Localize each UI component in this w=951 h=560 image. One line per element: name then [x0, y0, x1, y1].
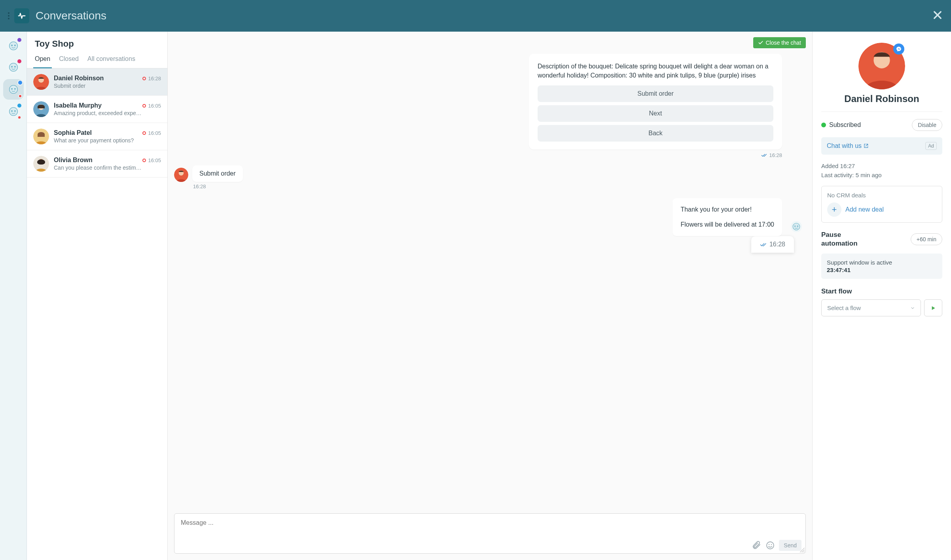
start-flow-label: Start flow — [821, 288, 942, 295]
avatar — [33, 129, 49, 144]
add-deal-button[interactable]: + Add new deal — [827, 202, 936, 217]
ad-badge: Ad — [925, 142, 937, 150]
conversation-item[interactable]: Isabella Murphy 16:05 Amazing product, e… — [27, 96, 167, 123]
pause-automation-label: Pause automation — [821, 231, 877, 248]
bot-avatar-icon — [791, 221, 802, 232]
conversation-name: Daniel Robinson — [54, 75, 104, 82]
status-dot-icon — [18, 94, 22, 98]
double-check-icon — [760, 241, 767, 248]
chevron-down-icon — [910, 306, 915, 310]
message-composer: Send — [174, 513, 806, 554]
drag-handle[interactable] — [8, 12, 9, 19]
timestamp-popup: 16:28 — [751, 236, 794, 253]
external-link-icon — [863, 143, 869, 149]
added-time: Added 16:27 — [821, 162, 942, 171]
unread-indicator-icon — [142, 104, 146, 108]
status-dot-icon — [17, 115, 21, 119]
attachment-icon[interactable] — [752, 541, 762, 550]
conversation-item[interactable]: Daniel Robinson 16:28 Submit order — [27, 68, 167, 96]
close-chat-button[interactable]: Close the chat — [753, 37, 806, 48]
conversation-list-title: Toy Shop — [27, 32, 167, 51]
conversation-preview: Submit order — [54, 83, 161, 89]
bot-reply-line: Flowers will be delivered at 17:00 — [680, 219, 774, 230]
conversation-item[interactable]: Sophia Patel 16:05 What are your payment… — [27, 123, 167, 150]
close-button[interactable] — [932, 9, 943, 22]
contact-meta: Added 16:27 Last activity: 5 min ago — [821, 162, 942, 180]
svg-point-5 — [14, 66, 15, 68]
emoji-icon[interactable] — [765, 541, 775, 550]
contact-avatar — [858, 43, 905, 89]
avatar — [33, 101, 49, 117]
conversation-name: Olivia Brown — [54, 157, 93, 164]
conversation-tabs: Open Closed All conversations — [27, 51, 167, 68]
crm-deals-box: No CRM deals + Add new deal — [821, 186, 942, 223]
channel-telegram[interactable] — [6, 104, 21, 119]
app-logo — [14, 8, 29, 23]
conversation-item[interactable]: Olivia Brown 16:05 Can you please confir… — [27, 150, 167, 178]
chat-with-us-link[interactable]: Chat with us — [827, 142, 869, 149]
svg-point-3 — [9, 63, 17, 72]
conversation-items: Daniel Robinson 16:28 Submit order Isabe… — [27, 68, 167, 560]
flow-select[interactable]: Select a flow — [821, 299, 921, 316]
bot-icon — [8, 106, 19, 117]
tab-open[interactable]: Open — [35, 51, 50, 68]
status-dot-icon — [821, 123, 826, 127]
avatar — [33, 156, 49, 172]
support-window-text: Support window is active — [827, 259, 937, 266]
messenger-badge-icon — [893, 44, 904, 55]
channel-instagram[interactable] — [6, 60, 21, 74]
svg-point-0 — [9, 42, 17, 50]
disable-button[interactable]: Disable — [912, 119, 942, 131]
conversation-name: Isabella Murphy — [54, 102, 102, 109]
unread-indicator-icon — [142, 131, 146, 135]
message-time: 16:28 — [769, 241, 785, 248]
play-icon — [930, 305, 936, 311]
avatar — [174, 168, 188, 182]
chat-panel: Close the chat Description of the bouque… — [168, 32, 813, 560]
support-window-countdown: 23:47:41 — [827, 267, 937, 273]
conversation-time: 16:05 — [148, 103, 161, 109]
option-submit-order[interactable]: Submit order — [538, 85, 773, 102]
conversation-preview: What are your payment options? — [54, 137, 161, 144]
svg-point-10 — [11, 110, 13, 112]
channel-messenger[interactable] — [6, 81, 21, 97]
add-deal-label: Add new deal — [845, 206, 884, 213]
option-next[interactable]: Next — [538, 105, 773, 122]
unread-indicator-icon — [142, 77, 146, 80]
telegram-badge-icon — [17, 103, 22, 108]
channel-rail — [0, 32, 27, 560]
conversation-preview: Can you please confirm the estim… — [54, 165, 161, 171]
channel-viber[interactable] — [6, 39, 21, 53]
svg-point-26 — [794, 225, 796, 227]
conversation-time: 16:05 — [148, 157, 161, 163]
user-message-text: Submit order — [192, 165, 243, 182]
user-message-row: Submit order — [174, 165, 806, 182]
svg-point-11 — [14, 110, 15, 112]
details-panel: Daniel Robinson Subscribed Disable Chat … — [813, 32, 951, 560]
svg-point-2 — [14, 45, 15, 46]
bot-reply: Thank you for your order! Flowers will b… — [673, 198, 782, 236]
pause-add-time-button[interactable]: +60 min — [911, 233, 942, 245]
conversation-list: Toy Shop Open Closed All conversations D… — [27, 32, 168, 560]
tab-closed[interactable]: Closed — [59, 51, 79, 68]
no-deals-label: No CRM deals — [827, 192, 936, 199]
send-button[interactable]: Send — [779, 540, 801, 551]
message-time: 16:28 — [769, 152, 782, 158]
svg-point-7 — [11, 88, 13, 90]
close-icon — [932, 9, 943, 21]
tab-all[interactable]: All conversations — [87, 51, 135, 68]
bot-icon — [8, 41, 19, 51]
pulse-icon — [17, 11, 26, 20]
svg-point-6 — [9, 85, 17, 94]
chat-messages[interactable]: Description of the bouquet: Delicate spr… — [168, 54, 812, 509]
bot-icon — [8, 62, 19, 72]
run-flow-button[interactable] — [924, 299, 942, 316]
app-title: Conversations — [36, 9, 106, 22]
message-time: 16:28 — [193, 184, 806, 189]
svg-point-25 — [793, 223, 800, 230]
message-input[interactable] — [174, 514, 805, 537]
option-back[interactable]: Back — [538, 125, 773, 142]
contact-name: Daniel Robinson — [821, 93, 942, 104]
close-chat-label: Close the chat — [766, 40, 801, 46]
avatar — [33, 74, 49, 90]
